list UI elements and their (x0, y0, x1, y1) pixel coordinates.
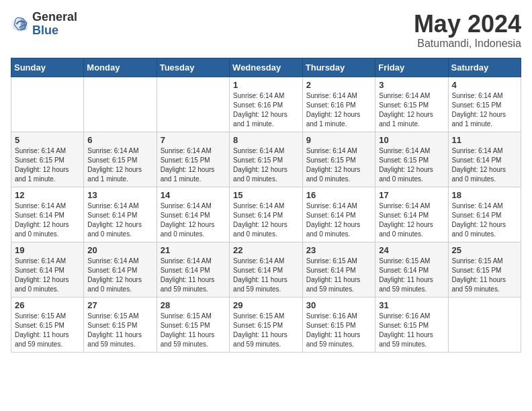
day-info: Sunrise: 6:15 AM Sunset: 6:14 PM Dayligh… (306, 257, 371, 294)
calendar-day-cell: 22Sunrise: 6:14 AM Sunset: 6:14 PM Dayli… (230, 242, 303, 297)
day-number: 14 (161, 190, 226, 200)
weekday-header: Wednesday (230, 58, 303, 77)
day-info: Sunrise: 6:14 AM Sunset: 6:15 PM Dayligh… (233, 146, 299, 184)
calendar-day-cell: 17Sunrise: 6:14 AM Sunset: 6:14 PM Dayli… (375, 187, 448, 242)
calendar-week-row: 5Sunrise: 6:14 AM Sunset: 6:15 PM Daylig… (11, 132, 521, 187)
day-number: 23 (306, 245, 371, 255)
logo: General Blue (11, 11, 77, 38)
day-info: Sunrise: 6:14 AM Sunset: 6:15 PM Dayligh… (15, 146, 80, 184)
day-info: Sunrise: 6:14 AM Sunset: 6:14 PM Dayligh… (306, 201, 371, 239)
day-info: Sunrise: 6:14 AM Sunset: 6:16 PM Dayligh… (233, 91, 299, 129)
calendar-day-cell: 8Sunrise: 6:14 AM Sunset: 6:15 PM Daylig… (230, 132, 303, 187)
calendar-week-row: 26Sunrise: 6:15 AM Sunset: 6:15 PM Dayli… (11, 297, 521, 352)
calendar-day-cell: 3Sunrise: 6:14 AM Sunset: 6:15 PM Daylig… (375, 77, 448, 132)
calendar-day-cell: 15Sunrise: 6:14 AM Sunset: 6:14 PM Dayli… (230, 187, 303, 242)
day-number: 20 (87, 245, 152, 255)
calendar-day-cell: 26Sunrise: 6:15 AM Sunset: 6:15 PM Dayli… (11, 297, 84, 352)
calendar-table: SundayMondayTuesdayWednesdayThursdayFrid… (11, 58, 521, 353)
calendar-day-cell: 7Sunrise: 6:14 AM Sunset: 6:15 PM Daylig… (157, 132, 229, 187)
calendar-day-cell (157, 77, 229, 132)
day-number: 10 (379, 135, 444, 145)
day-number: 30 (306, 300, 371, 310)
day-info: Sunrise: 6:14 AM Sunset: 6:14 PM Dayligh… (233, 201, 299, 239)
day-number: 8 (233, 135, 299, 145)
day-info: Sunrise: 6:14 AM Sunset: 6:14 PM Dayligh… (233, 257, 299, 294)
calendar-day-cell: 24Sunrise: 6:15 AM Sunset: 6:14 PM Dayli… (375, 242, 448, 297)
day-info: Sunrise: 6:15 AM Sunset: 6:15 PM Dayligh… (452, 257, 518, 294)
logo-text: General Blue (32, 11, 77, 38)
calendar-week-row: 12Sunrise: 6:14 AM Sunset: 6:14 PM Dayli… (11, 187, 521, 242)
title-block: May 2024 Batumandi, Indonesia (414, 11, 521, 50)
calendar-week-row: 1Sunrise: 6:14 AM Sunset: 6:16 PM Daylig… (11, 77, 521, 132)
weekday-header: Tuesday (157, 58, 229, 77)
day-number: 31 (379, 300, 444, 310)
day-number: 22 (233, 245, 299, 255)
day-number: 3 (379, 80, 444, 90)
day-number: 12 (15, 190, 80, 200)
day-number: 4 (452, 80, 518, 90)
day-number: 5 (15, 135, 80, 145)
day-number: 7 (161, 135, 226, 145)
day-number: 29 (233, 300, 299, 310)
logo-blue: Blue (32, 24, 77, 38)
day-number: 13 (87, 190, 152, 200)
day-info: Sunrise: 6:14 AM Sunset: 6:14 PM Dayligh… (452, 146, 518, 184)
day-number: 2 (306, 80, 371, 90)
day-info: Sunrise: 6:15 AM Sunset: 6:15 PM Dayligh… (161, 312, 226, 349)
calendar-day-cell (84, 77, 157, 132)
day-info: Sunrise: 6:14 AM Sunset: 6:14 PM Dayligh… (161, 257, 226, 294)
calendar-day-cell: 5Sunrise: 6:14 AM Sunset: 6:15 PM Daylig… (11, 132, 84, 187)
day-number: 16 (306, 190, 371, 200)
day-info: Sunrise: 6:14 AM Sunset: 6:15 PM Dayligh… (87, 146, 152, 184)
day-info: Sunrise: 6:15 AM Sunset: 6:15 PM Dayligh… (15, 312, 80, 349)
calendar-day-cell: 14Sunrise: 6:14 AM Sunset: 6:14 PM Dayli… (157, 187, 229, 242)
calendar-day-cell: 11Sunrise: 6:14 AM Sunset: 6:14 PM Dayli… (448, 132, 521, 187)
day-info: Sunrise: 6:14 AM Sunset: 6:16 PM Dayligh… (306, 91, 371, 129)
logo-general: General (32, 11, 77, 24)
day-info: Sunrise: 6:16 AM Sunset: 6:15 PM Dayligh… (379, 312, 444, 349)
calendar-day-cell: 28Sunrise: 6:15 AM Sunset: 6:15 PM Dayli… (157, 297, 229, 352)
day-info: Sunrise: 6:14 AM Sunset: 6:15 PM Dayligh… (379, 91, 444, 129)
day-info: Sunrise: 6:14 AM Sunset: 6:14 PM Dayligh… (87, 257, 152, 294)
calendar-day-cell: 18Sunrise: 6:14 AM Sunset: 6:14 PM Dayli… (448, 187, 521, 242)
day-number: 25 (452, 245, 518, 255)
day-number: 1 (233, 80, 299, 90)
calendar-day-cell: 27Sunrise: 6:15 AM Sunset: 6:15 PM Dayli… (84, 297, 157, 352)
day-info: Sunrise: 6:14 AM Sunset: 6:14 PM Dayligh… (15, 201, 80, 239)
calendar-day-cell: 6Sunrise: 6:14 AM Sunset: 6:15 PM Daylig… (84, 132, 157, 187)
calendar-day-cell: 30Sunrise: 6:16 AM Sunset: 6:15 PM Dayli… (302, 297, 375, 352)
day-info: Sunrise: 6:15 AM Sunset: 6:15 PM Dayligh… (233, 312, 299, 349)
day-info: Sunrise: 6:14 AM Sunset: 6:15 PM Dayligh… (161, 146, 226, 184)
day-number: 19 (15, 245, 80, 255)
calendar-day-cell: 29Sunrise: 6:15 AM Sunset: 6:15 PM Dayli… (230, 297, 303, 352)
calendar-day-cell: 1Sunrise: 6:14 AM Sunset: 6:16 PM Daylig… (230, 77, 303, 132)
calendar-day-cell (11, 77, 84, 132)
weekday-header: Saturday (448, 58, 521, 77)
page-header: General Blue May 2024 Batumandi, Indones… (11, 11, 521, 50)
day-number: 9 (306, 135, 371, 145)
day-info: Sunrise: 6:15 AM Sunset: 6:14 PM Dayligh… (379, 257, 444, 294)
day-info: Sunrise: 6:14 AM Sunset: 6:14 PM Dayligh… (15, 257, 80, 294)
day-info: Sunrise: 6:14 AM Sunset: 6:14 PM Dayligh… (161, 201, 226, 239)
day-number: 27 (87, 300, 152, 310)
day-info: Sunrise: 6:14 AM Sunset: 6:14 PM Dayligh… (379, 201, 444, 239)
calendar-day-cell: 16Sunrise: 6:14 AM Sunset: 6:14 PM Dayli… (302, 187, 375, 242)
weekday-header: Sunday (11, 58, 84, 77)
calendar-day-cell: 19Sunrise: 6:14 AM Sunset: 6:14 PM Dayli… (11, 242, 84, 297)
calendar-day-cell: 2Sunrise: 6:14 AM Sunset: 6:16 PM Daylig… (302, 77, 375, 132)
calendar-day-cell: 12Sunrise: 6:14 AM Sunset: 6:14 PM Dayli… (11, 187, 84, 242)
calendar-day-cell: 10Sunrise: 6:14 AM Sunset: 6:15 PM Dayli… (375, 132, 448, 187)
location-title: Batumandi, Indonesia (414, 38, 521, 50)
day-number: 28 (161, 300, 226, 310)
weekday-header: Friday (375, 58, 448, 77)
day-info: Sunrise: 6:14 AM Sunset: 6:15 PM Dayligh… (379, 146, 444, 184)
day-info: Sunrise: 6:14 AM Sunset: 6:14 PM Dayligh… (452, 201, 518, 239)
calendar-week-row: 19Sunrise: 6:14 AM Sunset: 6:14 PM Dayli… (11, 242, 521, 297)
calendar-day-cell: 21Sunrise: 6:14 AM Sunset: 6:14 PM Dayli… (157, 242, 229, 297)
calendar-day-cell: 9Sunrise: 6:14 AM Sunset: 6:15 PM Daylig… (302, 132, 375, 187)
calendar-day-cell: 23Sunrise: 6:15 AM Sunset: 6:14 PM Dayli… (302, 242, 375, 297)
day-number: 17 (379, 190, 444, 200)
weekday-header: Thursday (302, 58, 375, 77)
day-number: 6 (87, 135, 152, 145)
day-number: 26 (15, 300, 80, 310)
